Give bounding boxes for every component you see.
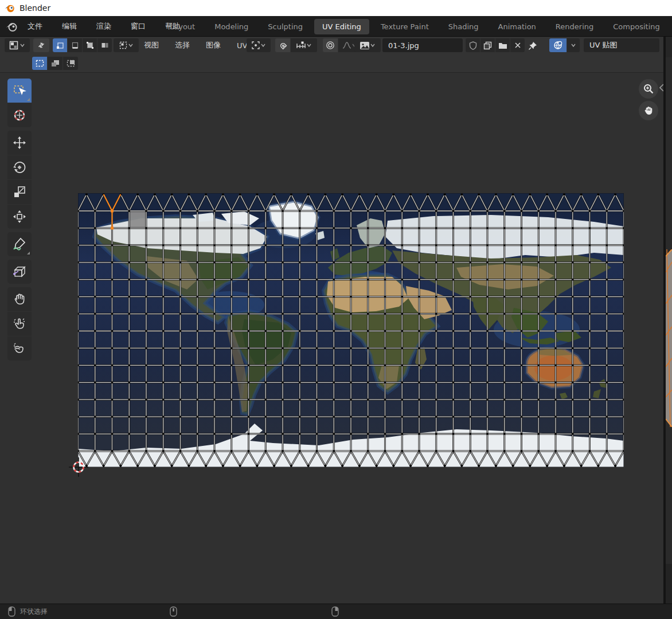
menu-file[interactable]: 文件 bbox=[24, 19, 46, 34]
vertex-select-mode-button[interactable] bbox=[53, 38, 67, 52]
zoom-icon bbox=[643, 83, 654, 95]
uv-editor-canvas[interactable] bbox=[0, 73, 663, 604]
image-name-field[interactable]: 01-3.jpg bbox=[382, 38, 463, 52]
menu-window[interactable]: 窗口 bbox=[127, 19, 149, 34]
proportional-editing-toggle[interactable] bbox=[323, 38, 338, 52]
smooth-falloff-icon bbox=[342, 41, 351, 49]
tool-grab[interactable] bbox=[7, 287, 32, 311]
image-action-buttons bbox=[466, 38, 525, 52]
tab-layout[interactable]: Layout bbox=[162, 19, 203, 34]
close-icon bbox=[514, 42, 521, 49]
scale-icon bbox=[12, 185, 27, 199]
select-subtract-button[interactable] bbox=[63, 57, 78, 70]
transform-icon bbox=[12, 209, 27, 224]
rip-region-icon bbox=[12, 264, 27, 279]
uv-map-name-field[interactable]: UV 贴图 bbox=[584, 38, 659, 52]
select-mode-options bbox=[32, 57, 78, 70]
blender-logo-icon bbox=[5, 3, 15, 13]
tool-scale[interactable] bbox=[7, 180, 32, 204]
magnet-icon bbox=[278, 41, 287, 50]
select-new-button[interactable] bbox=[32, 57, 47, 70]
uv-sphere-icon bbox=[553, 41, 562, 50]
island-select-mode-button[interactable] bbox=[97, 38, 112, 52]
tab-compositing[interactable]: Compositing bbox=[605, 19, 668, 34]
rotate-icon bbox=[12, 160, 27, 175]
tab-uv-editing[interactable]: UV Editing bbox=[314, 19, 369, 34]
tab-sculpting[interactable]: Sculpting bbox=[260, 19, 311, 34]
increment-snap-icon bbox=[296, 41, 306, 49]
sidebar-toggle-arrow[interactable] bbox=[659, 83, 663, 94]
statusbar-right-hint bbox=[331, 606, 343, 617]
pan-hand-icon bbox=[643, 105, 654, 116]
zoom-button[interactable] bbox=[639, 79, 658, 99]
image-browse-button[interactable] bbox=[354, 38, 381, 52]
topbar: 文件 编辑 渲染 窗口 帮助 Layout Modeling Sculpting… bbox=[0, 16, 672, 37]
uv-editor-menus: 视图 选择 图像 UV bbox=[139, 38, 252, 52]
statusbar-left-hint: 环状选择 bbox=[8, 606, 48, 617]
menu-edit[interactable]: 编辑 bbox=[58, 19, 80, 34]
cursor-2d-icon bbox=[12, 108, 27, 123]
tool-select-box[interactable] bbox=[7, 79, 32, 103]
fake-user-button[interactable] bbox=[466, 38, 480, 52]
uv-menu-view[interactable]: 视图 bbox=[139, 38, 163, 53]
tool-cursor-2d[interactable] bbox=[7, 103, 32, 127]
tool-transform[interactable] bbox=[7, 205, 32, 229]
sticky-selection-selector[interactable] bbox=[114, 38, 139, 52]
uv-editor-header: 视图 选择 图像 UV bbox=[0, 37, 663, 54]
middle-mouse-icon bbox=[170, 606, 177, 617]
shield-icon bbox=[469, 41, 477, 50]
tool-annotate[interactable] bbox=[7, 232, 32, 256]
select-extend-button[interactable] bbox=[48, 57, 62, 70]
editor-type-selector[interactable] bbox=[5, 38, 30, 52]
blender-window: Blender 文件 编辑 渲染 窗口 帮助 Layout Modeling S… bbox=[0, 0, 672, 619]
proportional-editing-icon bbox=[326, 41, 335, 50]
uv-menu-select[interactable]: 选择 bbox=[170, 38, 194, 53]
copy-pages-icon bbox=[483, 41, 492, 50]
uv-sync-select-toggle[interactable] bbox=[33, 38, 49, 52]
viewport-3d-sliver bbox=[666, 37, 672, 604]
image-selector: 01-3.jpg bbox=[354, 38, 463, 52]
uv-map-icon-button[interactable] bbox=[549, 38, 566, 52]
cursor-2d[interactable] bbox=[68, 457, 89, 480]
face-select-mode-button[interactable] bbox=[83, 38, 97, 52]
pan-button[interactable] bbox=[639, 101, 658, 120]
snap-toggle[interactable] bbox=[275, 38, 290, 52]
uv-menu-image[interactable]: 图像 bbox=[201, 38, 225, 53]
edge-select-mode-button[interactable] bbox=[68, 38, 82, 52]
right-mouse-icon bbox=[331, 606, 339, 617]
statusbar-middle-hint bbox=[170, 606, 182, 617]
tab-rendering[interactable]: Rendering bbox=[548, 19, 601, 34]
app-menu-button[interactable] bbox=[5, 19, 18, 36]
tool-move[interactable] bbox=[7, 131, 32, 155]
blender-logo-icon-dark bbox=[5, 19, 18, 33]
folder-icon bbox=[498, 42, 507, 49]
sliver-mesh bbox=[666, 249, 672, 427]
new-image-button[interactable] bbox=[480, 38, 495, 52]
toolbar bbox=[7, 79, 32, 361]
left-mouse-icon bbox=[8, 606, 15, 617]
tool-pinch[interactable] bbox=[7, 336, 32, 361]
workspace-tabs: Layout Modeling Sculpting UV Editing Tex… bbox=[162, 16, 672, 37]
tab-modeling[interactable]: Modeling bbox=[206, 19, 256, 34]
tool-rip-region[interactable] bbox=[7, 260, 32, 284]
statusbar: 环状选择 bbox=[0, 604, 672, 619]
uv-map-selector bbox=[549, 38, 580, 52]
open-image-button[interactable] bbox=[495, 38, 510, 52]
snap-target-selector[interactable] bbox=[291, 38, 317, 52]
tab-shading[interactable]: Shading bbox=[440, 19, 487, 34]
uv-image-area[interactable] bbox=[78, 193, 624, 467]
tab-animation[interactable]: Animation bbox=[490, 19, 544, 34]
unlink-image-button[interactable] bbox=[510, 38, 525, 52]
pin-button[interactable] bbox=[525, 38, 540, 52]
menu-render[interactable]: 渲染 bbox=[93, 19, 115, 34]
annotate-icon bbox=[12, 237, 27, 252]
uv-map-dropdown[interactable] bbox=[567, 38, 580, 52]
pinch-finger-icon bbox=[12, 341, 27, 356]
tool-rotate[interactable] bbox=[7, 155, 32, 179]
sync-arrows-icon bbox=[36, 40, 46, 50]
select-box-icon bbox=[12, 83, 27, 98]
pivot-point-selector[interactable] bbox=[247, 38, 271, 52]
tool-relax[interactable] bbox=[7, 312, 32, 336]
tab-texture-paint[interactable]: Texture Paint bbox=[373, 19, 437, 34]
pin-icon bbox=[528, 41, 538, 50]
